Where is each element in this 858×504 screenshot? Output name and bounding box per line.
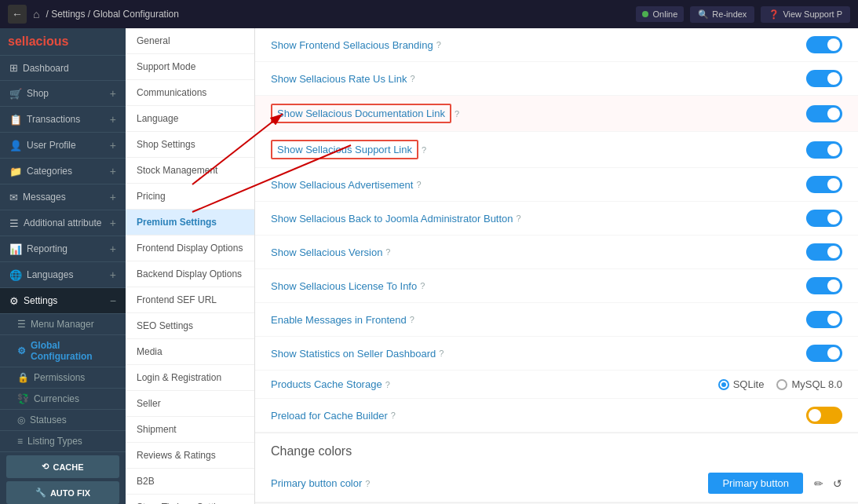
sidebar-item-user-profile[interactable]: 👤 User Profile +	[0, 133, 126, 159]
menu-premium-settings[interactable]: Premium Settings	[126, 210, 254, 236]
sidebar-subitem-menu-manager[interactable]: ☰ Menu Manager	[0, 314, 126, 335]
statistics-seller-toggle[interactable]	[806, 345, 842, 362]
sidebar-item-messages[interactable]: ✉ Messages +	[0, 184, 126, 210]
back-to-joomla-info-icon[interactable]: ?	[517, 214, 521, 223]
transactions-expand-icon[interactable]: +	[110, 113, 116, 126]
sidebar-item-transactions[interactable]: 📋 Transactions +	[0, 107, 126, 133]
preload-cache-label: Preload for Cache Builder	[271, 410, 388, 422]
menu-store-timings[interactable]: Store Timings Settings	[126, 495, 254, 504]
rate-us-toggle[interactable]	[806, 70, 842, 87]
additional-attribute-expand-icon[interactable]: +	[110, 217, 116, 229]
reporting-expand-icon[interactable]: +	[110, 243, 116, 255]
products-cache-info-icon[interactable]: ?	[385, 380, 390, 389]
menu-frontend-display[interactable]: Frontend Display Options	[126, 236, 254, 261]
menu-b2b[interactable]: B2B	[126, 469, 254, 495]
frontend-branding-label: Show Frontend Sellacious Branding	[271, 39, 433, 51]
sidebar-item-shop[interactable]: 🛒 Shop +	[0, 81, 126, 107]
settings-collapse-icon[interactable]: −	[110, 294, 116, 307]
advertisement-info-icon[interactable]: ?	[416, 180, 421, 189]
reindex-button[interactable]: 🔍 Re-index	[690, 6, 754, 23]
menu-pricing[interactable]: Pricing	[126, 184, 254, 210]
menu-reviews-ratings[interactable]: Reviews & Ratings	[126, 443, 254, 469]
version-info-icon[interactable]: ?	[385, 247, 390, 257]
rate-us-info-icon[interactable]: ?	[410, 74, 414, 83]
languages-expand-icon[interactable]: +	[110, 268, 116, 281]
cache-button[interactable]: ⟲ CACHE	[6, 455, 119, 478]
documentation-link-info-icon[interactable]: ?	[455, 109, 459, 119]
support-button[interactable]: ❓ View Support P	[761, 6, 850, 23]
back-button[interactable]: ←	[8, 5, 27, 24]
menu-login-registration[interactable]: Login & Registration	[126, 365, 254, 391]
statistics-seller-info-icon[interactable]: ?	[439, 349, 444, 358]
cache-icon: ⟲	[42, 462, 49, 472]
edit-color-icon[interactable]: ✏	[814, 477, 823, 490]
support-link-toggle[interactable]	[806, 141, 842, 159]
sidebar-nav: ⊞ Dashboard 🛒 Shop + 📋 Transactions +	[0, 56, 126, 452]
sidebar-subitem-listing-types[interactable]: ≡ Listing Types	[0, 431, 126, 452]
preload-cache-info-icon[interactable]: ?	[391, 411, 396, 420]
listing-types-icon: ≡	[17, 436, 23, 447]
menu-stock-management[interactable]: Stock Management	[126, 158, 254, 184]
documentation-link-toggle[interactable]	[806, 105, 842, 122]
breadcrumb-settings[interactable]: Settings	[51, 9, 85, 20]
license-info-info-icon[interactable]: ?	[420, 281, 425, 290]
menu-support-mode[interactable]: Support Mode	[126, 54, 254, 80]
messages-expand-icon[interactable]: +	[110, 191, 116, 203]
sidebar-item-dashboard[interactable]: ⊞ Dashboard	[0, 56, 126, 81]
menu-seller[interactable]: Seller	[126, 391, 254, 417]
sidebar-subitem-statuses[interactable]: ◎ Statuses	[0, 410, 126, 431]
breadcrumb: / Settings / Global Configuration	[46, 9, 178, 20]
sqlite-radio[interactable]: SQLite	[718, 378, 765, 390]
online-badge: Online	[636, 6, 685, 22]
menu-general[interactable]: General	[126, 28, 254, 54]
primary-button-preview[interactable]: Primary button	[708, 473, 803, 494]
header-right: Online 🔍 Re-index ❓ View Support P	[636, 6, 850, 23]
online-dot	[642, 11, 648, 17]
messages-frontend-toggle[interactable]	[806, 311, 842, 328]
menu-frontend-sef[interactable]: Frontend SEF URL	[126, 287, 254, 313]
row-primary-button-color: Primary button color ? Primary button ✏ …	[255, 465, 858, 502]
refresh-color-icon[interactable]: ↺	[833, 477, 842, 490]
primary-button-color-info-icon[interactable]: ?	[365, 479, 370, 488]
row-statistics-seller: Show Statistics on Seller Dashboard ?	[255, 337, 858, 371]
categories-expand-icon[interactable]: +	[110, 165, 116, 177]
back-to-joomla-toggle[interactable]	[806, 210, 842, 227]
menu-communications[interactable]: Communications	[126, 80, 254, 106]
shop-expand-icon[interactable]: +	[110, 87, 116, 100]
permissions-icon: 🔒	[17, 372, 29, 383]
messages-frontend-info-icon[interactable]: ?	[410, 315, 414, 324]
documentation-link-slider	[806, 105, 842, 122]
autofix-button[interactable]: 🔧 AUTO FIX	[6, 481, 119, 504]
additional-attribute-icon: ☰	[9, 217, 19, 229]
sidebar-item-reporting[interactable]: 📊 Reporting +	[0, 236, 126, 262]
menu-backend-display[interactable]: Backend Display Options	[126, 261, 254, 287]
support-link-info-icon[interactable]: ?	[422, 145, 426, 155]
advertisement-toggle[interactable]	[806, 176, 842, 193]
menu-media[interactable]: Media	[126, 339, 254, 365]
mysql-label: MySQL 8.0	[791, 378, 842, 390]
home-icon[interactable]: ⌂	[33, 8, 39, 20]
frontend-branding-toggle[interactable]	[806, 36, 842, 53]
sidebar-item-categories[interactable]: 📁 Categories +	[0, 159, 126, 184]
row-support-link: Show Sellacious Support Link ?	[255, 132, 858, 168]
advertisement-label: Show Sellacious Advertisement	[271, 179, 413, 191]
sidebar-item-additional-attribute[interactable]: ☰ Additional attribute +	[0, 210, 126, 236]
support-icon: ❓	[769, 9, 780, 20]
menu-language[interactable]: Language	[126, 106, 254, 132]
sidebar-subitem-global-configuration[interactable]: ⚙ Global Configuration	[0, 335, 126, 367]
version-toggle[interactable]	[806, 243, 842, 261]
mysql-radio[interactable]: MySQL 8.0	[776, 378, 842, 390]
sidebar-subitem-permissions[interactable]: 🔒 Permissions	[0, 367, 126, 389]
wrench-icon: 🔧	[35, 488, 46, 498]
sidebar-item-settings[interactable]: ⚙ Settings −	[0, 288, 126, 314]
frontend-branding-info-icon[interactable]: ?	[436, 40, 441, 49]
menu-shop-settings[interactable]: Shop Settings	[126, 132, 254, 158]
menu-seo-settings[interactable]: SEO Settings	[126, 313, 254, 339]
sidebar-item-languages[interactable]: 🌐 Languages +	[0, 262, 126, 288]
settings-icon: ⚙	[9, 295, 19, 307]
user-profile-expand-icon[interactable]: +	[110, 139, 116, 152]
preload-cache-toggle[interactable]	[806, 407, 842, 424]
license-info-toggle[interactable]	[806, 277, 842, 294]
sidebar-subitem-currencies[interactable]: 💱 Currencies	[0, 389, 126, 410]
menu-shipment[interactable]: Shipment	[126, 417, 254, 443]
